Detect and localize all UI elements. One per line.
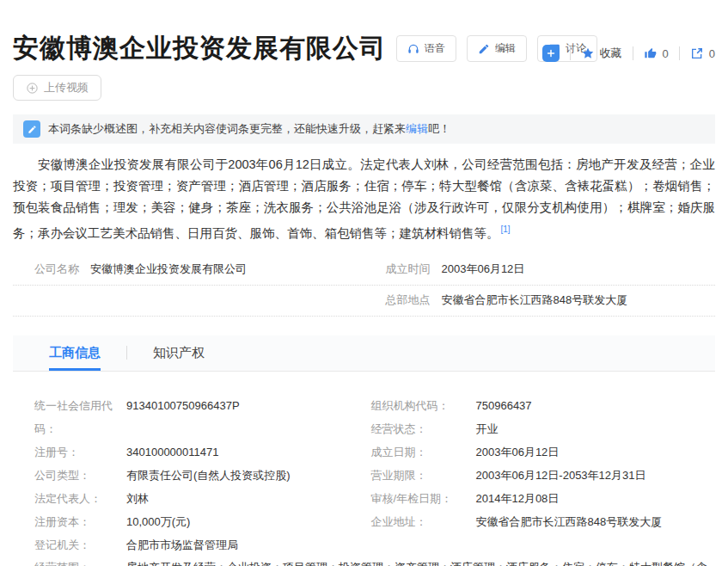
top-action-bar: 收藏 0 0 xyxy=(542,45,715,62)
basic-info-table: 公司名称 安徽博澳企业投资发展有限公司 成立时间 2003年06月12日 总部地… xyxy=(13,255,715,317)
headquarters-cell: 总部地点 安徽省合肥市长江西路848号联发大厦 xyxy=(364,292,716,308)
business-info-right-column: 组织机构代码：750966437 经营状态：开业 成立日期：2003年06月12… xyxy=(364,394,716,557)
summary-paragraph: 安徽博澳企业投资发展有限公司于2003年06月12日成立。法定代表人刘林，公司经… xyxy=(13,154,715,244)
field-value: 安徽省合肥市长江西路848号联发大厦 xyxy=(476,510,663,533)
table-row: 统一社会信用代码：91340100750966437P xyxy=(13,394,364,440)
headphone-icon xyxy=(407,43,419,55)
field-value: 房地产开发及经营；企业投资；项目管理；投资管理；资产管理；酒店管理；酒店服务；住… xyxy=(126,557,715,566)
field-label: 统一社会信用代码： xyxy=(13,394,126,440)
table-row: 登记机关：合肥市市场监督管理局 xyxy=(13,533,364,557)
field-label: 总部地点 xyxy=(364,292,442,308)
favorite-label: 收藏 xyxy=(600,46,622,61)
edit-label: 编辑 xyxy=(495,41,516,56)
field-label: 注册资本： xyxy=(13,510,126,533)
field-value: 开业 xyxy=(476,417,499,440)
table-row: 总部地点 安徽省合肥市长江西路848号联发大厦 xyxy=(13,286,715,317)
tab-intellectual-property[interactable]: 知识产权 xyxy=(153,335,205,371)
table-row: 公司类型：有限责任公司(自然人投资或控股) xyxy=(13,464,364,487)
field-label: 组织机构代码： xyxy=(364,394,476,417)
table-row: 企业地址：安徽省合肥市长江西路848号联发大厦 xyxy=(364,510,716,533)
notice-edit-link[interactable]: 编辑 xyxy=(406,122,428,135)
field-label: 企业地址： xyxy=(364,510,476,533)
field-label: 公司类型： xyxy=(13,464,126,487)
company-name-cell: 公司名称 安徽博澳企业投资发展有限公司 xyxy=(13,261,364,277)
field-value: 安徽省合肥市长江西路848号联发大厦 xyxy=(442,292,628,308)
field-value: 安徽博澳企业投资发展有限公司 xyxy=(90,261,247,277)
field-label: 经营范围： xyxy=(13,557,126,566)
field-value: 合肥市市场监督管理局 xyxy=(126,533,238,557)
table-row: 公司名称 安徽博澳企业投资发展有限公司 成立时间 2003年06月12日 xyxy=(13,255,715,286)
field-label: 审核/年检日期： xyxy=(364,487,476,510)
add-button[interactable] xyxy=(542,45,560,62)
tab-bar: 工商信息 知识产权 xyxy=(13,335,715,372)
business-scope-row: 经营范围： 房地产开发及经营；企业投资；项目管理；投资管理；资产管理；酒店管理；… xyxy=(13,557,715,566)
field-label: 注册号： xyxy=(13,440,126,464)
field-label: 营业期限： xyxy=(364,464,476,487)
share-count: 0 xyxy=(709,47,715,60)
field-value: 750966437 xyxy=(476,394,532,417)
founded-date-cell: 成立时间 2003年06月12日 xyxy=(364,261,716,277)
like-count: 0 xyxy=(663,47,669,60)
field-value: 10,000万(元) xyxy=(126,510,190,533)
table-row: 注册号：340100000011471 xyxy=(13,440,364,464)
divider xyxy=(126,346,127,360)
voice-button[interactable]: 语音 xyxy=(396,35,456,62)
table-row: 法定代表人：刘林 xyxy=(13,487,364,510)
field-label: 成立时间 xyxy=(364,261,442,277)
like-button[interactable]: 0 xyxy=(644,46,669,60)
notice-bar: 本词条缺少概述图，补充相关内容使词条更完整，还能快速升级，赶紧来编辑吧！ xyxy=(13,114,715,144)
business-info-left-column: 统一社会信用代码：91340100750966437P 注册号：34010000… xyxy=(13,394,364,557)
field-label: 法定代表人： xyxy=(13,487,126,510)
field-label: 公司名称 xyxy=(13,261,90,277)
field-value: 2003年06月12日-2053年12月31日 xyxy=(476,464,646,487)
field-value: 91340100750966437P xyxy=(126,394,240,440)
table-row: 注册资本：10,000万(元) xyxy=(13,510,364,533)
star-icon xyxy=(581,46,595,60)
thumbs-up-icon xyxy=(644,46,658,60)
notice-pencil-icon xyxy=(23,120,40,138)
edit-button[interactable]: 编辑 xyxy=(467,35,527,62)
share-icon xyxy=(690,46,704,60)
tab-business-info[interactable]: 工商信息 xyxy=(49,335,101,371)
circle-plus-icon xyxy=(26,82,39,95)
notice-text: 本词条缺少概述图，补充相关内容使词条更完整，还能快速升级，赶紧来编辑吧！ xyxy=(48,121,450,137)
table-row: 经营状态：开业 xyxy=(364,417,716,440)
table-row: 组织机构代码：750966437 xyxy=(364,394,716,417)
page: 收藏 0 0 安徽博澳企业投资发展有限公司 语音 编辑 讨论 上传视频 xyxy=(0,31,728,566)
share-button[interactable]: 0 xyxy=(690,46,715,60)
voice-label: 语音 xyxy=(425,41,445,56)
field-label: 经营状态： xyxy=(364,417,476,440)
divider xyxy=(633,46,633,60)
table-row: 审核/年检日期：2014年12月08日 xyxy=(364,487,716,510)
business-info-section: 统一社会信用代码：91340100750966437P 注册号：34010000… xyxy=(13,394,715,566)
field-value: 有限责任公司(自然人投资或控股) xyxy=(126,464,291,487)
field-label: 成立日期： xyxy=(364,440,476,464)
field-value: 2014年12月08日 xyxy=(476,487,560,510)
upload-video-button[interactable]: 上传视频 xyxy=(13,75,101,101)
field-label: 登记机关： xyxy=(13,533,126,557)
plus-icon xyxy=(546,48,556,58)
table-row: 成立日期：2003年06月12日 xyxy=(364,440,716,464)
field-value: 刘林 xyxy=(126,487,149,510)
reference-link[interactable]: [1] xyxy=(501,225,511,234)
pencil-icon xyxy=(478,43,490,55)
field-value: 340100000011471 xyxy=(126,440,219,464)
upload-video-label: 上传视频 xyxy=(44,80,89,95)
table-row: 营业期限：2003年06月12日-2053年12月31日 xyxy=(364,464,716,487)
page-title: 安徽博澳企业投资发展有限公司 xyxy=(13,31,386,66)
divider xyxy=(679,46,680,60)
divider xyxy=(570,46,571,60)
favorite-button[interactable]: 收藏 xyxy=(581,46,622,61)
field-value: 2003年06月12日 xyxy=(442,261,525,277)
field-value: 2003年06月12日 xyxy=(476,440,560,464)
